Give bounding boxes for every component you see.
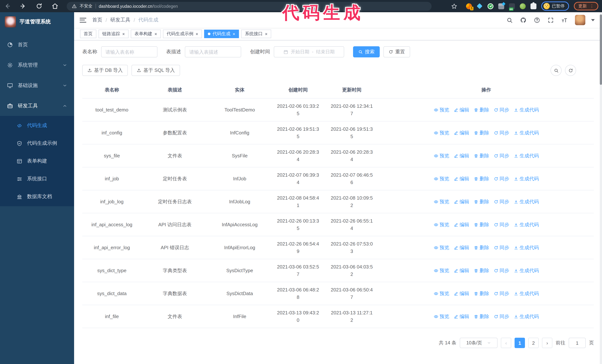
action-edit[interactable]: 编辑 (454, 129, 469, 136)
sidebar-item-infra[interactable]: 基础设施 (0, 75, 74, 95)
caret-down-icon[interactable] (590, 17, 596, 23)
action-generate-code[interactable]: 生成代码 (514, 175, 539, 182)
action-preview[interactable]: 预览 (434, 290, 449, 297)
fullscreen-icon[interactable] (548, 17, 554, 23)
action-edit[interactable]: 编辑 (454, 290, 469, 297)
action-preview[interactable]: 预览 (434, 221, 449, 228)
action-generate-code[interactable]: 生成代码 (514, 198, 539, 205)
action-preview[interactable]: 预览 (434, 313, 449, 320)
import-db-button[interactable]: 基于 DB 导入 (82, 65, 128, 76)
action-sync[interactable]: 同步 (494, 290, 509, 297)
action-sync[interactable]: 同步 (494, 175, 509, 182)
close-icon[interactable]: × (265, 32, 268, 36)
table-name-input[interactable] (101, 46, 157, 57)
reset-button[interactable]: 重置 (383, 46, 410, 57)
action-sync[interactable]: 同步 (494, 198, 509, 205)
action-generate-code[interactable]: 生成代码 (514, 267, 539, 274)
tab-tag[interactable]: 首页 (80, 30, 96, 38)
sidebar-subitem-codegen[interactable]: 代码生成 (0, 117, 74, 135)
action-generate-code[interactable]: 生成代码 (514, 244, 539, 251)
extension-icon-6[interactable] (520, 3, 526, 9)
action-preview[interactable]: 预览 (434, 106, 449, 113)
close-icon[interactable]: × (196, 32, 198, 36)
extension-icon-3[interactable] (487, 3, 493, 9)
action-delete[interactable]: 删除 (474, 290, 489, 297)
action-generate-code[interactable]: 生成代码 (514, 290, 539, 297)
action-preview[interactable]: 预览 (434, 244, 449, 251)
action-edit[interactable]: 编辑 (454, 313, 469, 320)
refresh-table-button[interactable] (565, 65, 576, 76)
table-desc-input[interactable] (185, 46, 241, 57)
action-sync[interactable]: 同步 (494, 221, 509, 228)
user-avatar[interactable] (575, 15, 585, 25)
action-edit[interactable]: 编辑 (454, 152, 469, 159)
close-icon[interactable]: × (154, 32, 157, 36)
action-sync[interactable]: 同步 (494, 152, 509, 159)
action-delete[interactable]: 删除 (474, 244, 489, 251)
scrollbar-thumb[interactable] (600, 14, 602, 85)
action-edit[interactable]: 编辑 (454, 175, 469, 182)
breadcrumb-home[interactable]: 首页 (92, 17, 102, 23)
breadcrumb-dev-tools[interactable]: 研发工具 (110, 17, 130, 23)
back-icon[interactable] (4, 3, 11, 10)
goto-page-input[interactable] (569, 338, 586, 348)
sidebar-subitem-system-api[interactable]: 系统接口 (0, 170, 74, 188)
action-delete[interactable]: 删除 (474, 152, 489, 159)
action-preview[interactable]: 预览 (434, 152, 449, 159)
action-delete[interactable]: 删除 (474, 267, 489, 274)
action-edit[interactable]: 编辑 (454, 106, 469, 113)
page-number-button[interactable]: 2 (528, 338, 539, 348)
tab-tag[interactable]: 链路追踪 × (98, 30, 129, 38)
close-icon[interactable]: × (122, 32, 125, 36)
home-icon[interactable] (52, 3, 59, 10)
date-range-picker[interactable]: 开始日期 - 结束日期 (274, 46, 344, 57)
tab-tag[interactable]: 代码生成 × (204, 30, 239, 38)
tab-tag[interactable]: 表单构建 × (131, 30, 161, 38)
app-logo[interactable]: 芋道管理系统 (0, 12, 74, 31)
toggle-search-button[interactable] (550, 65, 562, 76)
next-page-button[interactable]: › (542, 338, 552, 348)
browser-menu-icon[interactable]: ⋮ (590, 4, 594, 9)
action-delete[interactable]: 删除 (474, 106, 489, 113)
prev-page-button[interactable]: ‹ (501, 338, 511, 348)
action-sync[interactable]: 同步 (494, 244, 509, 251)
action-generate-code[interactable]: 生成代码 (514, 221, 539, 228)
chrome-update-button[interactable]: 更新 ⋮ (574, 2, 598, 10)
sidebar-item-system[interactable]: 系统管理 (0, 55, 74, 75)
action-generate-code[interactable]: 生成代码 (514, 129, 539, 136)
page-number-button[interactable]: 1 (515, 338, 525, 348)
action-preview[interactable]: 预览 (434, 267, 449, 274)
action-generate-code[interactable]: 生成代码 (514, 106, 539, 113)
font-size-icon[interactable] (561, 17, 568, 23)
github-icon[interactable] (520, 17, 527, 23)
sidebar-subitem-form-builder[interactable]: 表单构建 (0, 152, 74, 170)
search-button[interactable]: 搜索 (353, 46, 380, 57)
action-generate-code[interactable]: 生成代码 (514, 152, 539, 159)
action-delete[interactable]: 删除 (474, 221, 489, 228)
forward-icon[interactable] (20, 3, 27, 10)
extension-icon-5[interactable]: on (509, 3, 515, 9)
import-sql-button[interactable]: 基于 SQL 导入 (132, 65, 180, 76)
action-edit[interactable]: 编辑 (454, 267, 469, 274)
sidebar-item-dev-tools[interactable]: 研发工具 (0, 95, 74, 116)
action-delete[interactable]: 删除 (474, 198, 489, 205)
reload-icon[interactable] (36, 3, 43, 10)
sidebar-item-home[interactable]: 首页 (0, 34, 74, 55)
action-preview[interactable]: 预览 (434, 198, 449, 205)
action-sync[interactable]: 同步 (494, 129, 509, 136)
extension-icon-2[interactable] (477, 3, 483, 9)
hamburger-icon[interactable] (80, 18, 86, 22)
action-edit[interactable]: 编辑 (454, 221, 469, 228)
profile-paused-badge[interactable]: 已暂停 (541, 1, 569, 11)
action-sync[interactable]: 同步 (494, 313, 509, 320)
search-icon[interactable] (506, 17, 513, 23)
sidebar-subitem-db-doc[interactable]: 数据库文档 (0, 188, 74, 206)
action-generate-code[interactable]: 生成代码 (514, 313, 539, 320)
action-sync[interactable]: 同步 (494, 267, 509, 274)
action-sync[interactable]: 同步 (494, 106, 509, 113)
action-edit[interactable]: 编辑 (454, 198, 469, 205)
action-preview[interactable]: 预览 (434, 175, 449, 182)
tab-tag[interactable]: 代码生成示例 × (163, 30, 202, 38)
extensions-puzzle-icon[interactable] (530, 3, 536, 9)
action-preview[interactable]: 预览 (434, 129, 449, 136)
